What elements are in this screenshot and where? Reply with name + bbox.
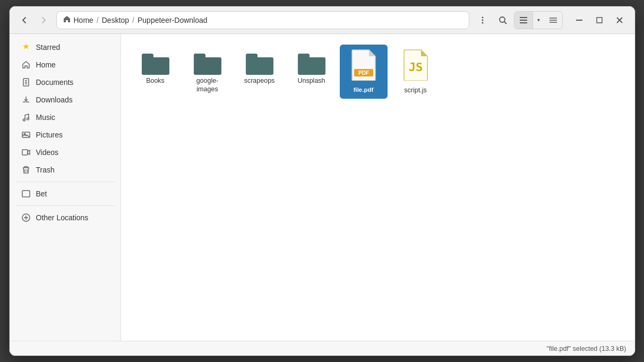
svg-rect-6 [520,20,527,21]
forward-button[interactable] [35,12,52,29]
svg-rect-5 [520,17,527,18]
file-item-google-images[interactable]: google-images [184,45,231,99]
videos-icon [21,148,31,157]
sidebar-item-music[interactable]: Music [13,109,117,126]
other-locations-label: Other Locations [36,213,89,222]
home-icon [63,15,71,24]
list-view-button[interactable] [514,12,533,29]
sidebar-item-downloads[interactable]: Downloads [13,91,117,108]
svg-point-20 [27,118,29,120]
sidebar-item-videos[interactable]: Videos [13,144,117,161]
file-item-unsplash[interactable]: Unsplash [288,45,336,99]
svg-point-3 [500,17,505,22]
file-item-scrapeops[interactable]: scrapeops [236,45,284,99]
maximize-button[interactable] [590,11,608,29]
pdf-file-icon: PDF [350,49,377,81]
trash-icon [21,165,31,175]
svg-point-0 [482,16,483,18]
file-area: Books google-images scrapeop [121,34,635,341]
sidebar-divider-1 [16,182,114,182]
bet-icon [21,189,31,199]
minimize-button[interactable] [570,11,588,29]
svg-rect-26 [22,191,30,197]
home-label: Home [36,61,56,69]
svg-rect-33 [298,57,325,75]
breadcrumb-sep1: / [97,16,99,24]
svg-rect-12 [597,18,602,23]
music-icon [21,113,31,122]
js-file-icon: JS [402,49,430,81]
folder-icon-books [140,49,171,76]
breadcrumb-home[interactable]: Home [74,16,93,24]
sidebar-item-starred[interactable]: Starred [13,39,117,56]
sidebar: Starred Home [10,34,121,341]
sidebar-item-pictures[interactable]: Pictures [13,126,117,143]
add-location-icon [21,213,31,222]
pictures-label: Pictures [36,131,63,139]
svg-rect-23 [22,150,28,155]
sidebar-item-trash[interactable]: Trash [13,161,117,178]
svg-point-2 [482,22,483,23]
downloads-label: Downloads [36,96,73,104]
window-controls [570,11,629,29]
status-bar: "file.pdf" selected (13.3 kB) [10,341,635,356]
file-name-pdf: file.pdf [350,86,377,93]
file-name-unsplash: Unsplash [297,76,325,85]
view-buttons: ▾ [514,11,563,29]
star-icon [21,42,31,52]
folder-icon-scrapeops [244,49,275,76]
svg-text:PDF: PDF [358,70,369,76]
breadcrumb-desktop[interactable]: Desktop [102,16,129,24]
videos-label: Videos [36,148,59,157]
file-name-scrapeops: scrapeops [244,76,275,85]
documents-label: Documents [36,78,74,87]
file-item-books[interactable]: Books [132,45,179,99]
trash-label: Trash [36,166,55,174]
pdf-icon-container: PDF [350,49,377,83]
svg-line-4 [504,22,506,24]
sidebar-divider-2 [16,205,114,206]
file-name-books: Books [146,76,165,85]
search-button[interactable] [494,11,512,29]
bet-label: Bet [36,189,47,198]
svg-point-19 [23,119,25,121]
toolbar-actions: ▾ [474,11,563,29]
svg-text:JS: JS [408,61,423,74]
file-name-js: script.js [404,86,426,94]
sidebar-item-other-locations[interactable]: Other Locations [13,209,117,226]
sidebar-item-bet[interactable]: Bet [13,185,117,202]
svg-rect-30 [142,57,169,75]
titlebar: Home / Desktop / Puppeteer-Download [10,6,635,34]
main-content: Starred Home [10,34,635,341]
status-text: "file.pdf" selected (13.3 kB) [547,345,626,352]
folder-icon-unsplash [296,49,327,76]
svg-rect-11 [576,20,582,21]
svg-rect-31 [194,57,221,75]
breadcrumb-sep2: / [132,16,134,24]
file-name-google-images: google-images [187,76,228,94]
file-item-js[interactable]: JS script.js [392,45,440,99]
home-sidebar-icon [21,60,31,70]
starred-label: Starred [36,43,61,51]
menu-view-button[interactable] [544,12,562,29]
back-button[interactable] [16,12,33,29]
documents-icon [21,77,31,87]
sidebar-item-documents[interactable]: Documents [13,74,117,91]
more-options-button[interactable] [474,11,492,29]
breadcrumb-bar: Home / Desktop / Puppeteer-Download [56,11,469,29]
sidebar-item-home[interactable]: Home [13,56,117,73]
folder-icon-google-images [192,49,223,76]
svg-rect-7 [520,22,527,23]
breadcrumb-current: Puppeteer-Download [138,16,208,24]
js-icon-container: JS [402,49,430,83]
view-dropdown-button[interactable]: ▾ [533,12,544,29]
music-label: Music [36,113,56,122]
nav-buttons [16,12,52,29]
file-manager-window: Home / Desktop / Puppeteer-Download [9,6,636,356]
pictures-icon [21,130,31,140]
svg-rect-32 [246,57,273,75]
downloads-icon [21,95,31,105]
file-item-pdf[interactable]: PDF file.pdf [340,45,388,99]
svg-point-1 [482,19,483,21]
close-button[interactable] [611,11,629,29]
